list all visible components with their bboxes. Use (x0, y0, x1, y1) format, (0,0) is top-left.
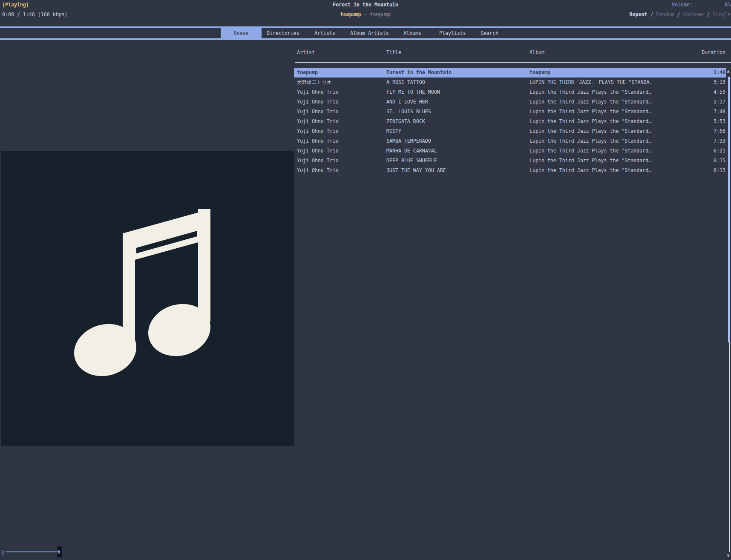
now-playing-artist: toepump (340, 11, 361, 17)
queue-row[interactable]: Yuji Ohno Trio MISTY Lupin the Third Jaz… (294, 126, 726, 136)
now-playing-album: toepump (370, 11, 391, 17)
volume-label: Volume: (672, 0, 693, 10)
queue-row[interactable]: Yuji Ohno Trio DEEP BLUE SHUFFLE Lupin t… (294, 156, 726, 166)
queue-row[interactable]: toepump Forest in the Mountain toepump 1… (294, 68, 726, 78)
mode-repeat: Repeat (630, 11, 648, 17)
album-art (1, 151, 294, 446)
tab-playlists[interactable]: Playlists (439, 28, 466, 38)
music-note-icon (1, 151, 294, 446)
column-header-title: Title (386, 48, 401, 57)
tabbar-bottom-rule (0, 38, 731, 40)
seekbar-cursor[interactable] (57, 546, 62, 557)
mode-consume: Consume (683, 11, 704, 17)
now-playing-subtitle: toepump - toepump (0, 10, 731, 20)
column-header-artist: Artist (297, 48, 315, 57)
tabbar: Queue Directories Artists Album Artists … (0, 28, 731, 38)
tab-search[interactable]: Search (481, 28, 498, 38)
seekbar-progress[interactable] (6, 551, 57, 552)
queue-row[interactable]: Yuji Ohno Trio SAMBA TEMPERADO Lupin the… (294, 136, 726, 146)
queue-row[interactable]: Yuji Ohno Trio ZENIGATA ROCK Lupin the T… (294, 117, 726, 126)
scrollbar-up-icon[interactable]: ▲ (725, 68, 731, 74)
queue-row[interactable]: Yuji Ohno Trio FLY ME TO THE MOON Lupin … (294, 87, 726, 97)
queue-header-rule (295, 62, 731, 63)
queue-row[interactable]: Yuji Ohno Trio ST. LOUIS BLUES Lupin the… (294, 107, 726, 117)
scrollbar-down-icon[interactable]: ▼ (725, 553, 731, 559)
mode-flags: Repeat / Random / Consume / Single (630, 10, 731, 20)
scrollbar-thumb[interactable] (728, 77, 730, 342)
column-header-album: Album (530, 48, 544, 57)
tab-album-artists[interactable]: Album Artists (350, 28, 389, 38)
tab-artists[interactable]: Artists (314, 28, 335, 38)
now-playing-title: Forest in the Mountain (0, 0, 731, 10)
queue-row[interactable]: 大野雄二トリオ A ROSE TATTOO LUPIN THE THIRD「JA… (294, 78, 726, 87)
tab-directories[interactable]: Directories (267, 28, 299, 38)
scrollbar-track[interactable] (729, 342, 730, 552)
mode-random: Random (656, 11, 674, 17)
volume-value: 0% (725, 0, 731, 10)
column-header-duration: Duration (702, 48, 725, 57)
tab-albums[interactable]: Albums (403, 28, 421, 38)
queue-header-row: Artist Title Album Duration (294, 48, 726, 57)
ncmpc-window: [Playing] 0:08 / 1:46 (160 kbps) Forest … (0, 0, 731, 560)
queue-row[interactable]: Yuji Ohno Trio JUST THE WAY YOU ARE Lupi… (294, 166, 726, 175)
queue-row[interactable]: Yuji Ohno Trio MANHA DE CARNAVAL Lupin t… (294, 146, 726, 156)
tab-queue[interactable]: Queue (221, 28, 262, 38)
queue-row[interactable]: Yuji Ohno Trio AND I LOVE HER Lupin the … (294, 97, 726, 107)
seekbar-bracket: [ (1, 547, 5, 558)
seek-arrow-icon (57, 546, 62, 557)
mode-single: Single (713, 11, 731, 17)
